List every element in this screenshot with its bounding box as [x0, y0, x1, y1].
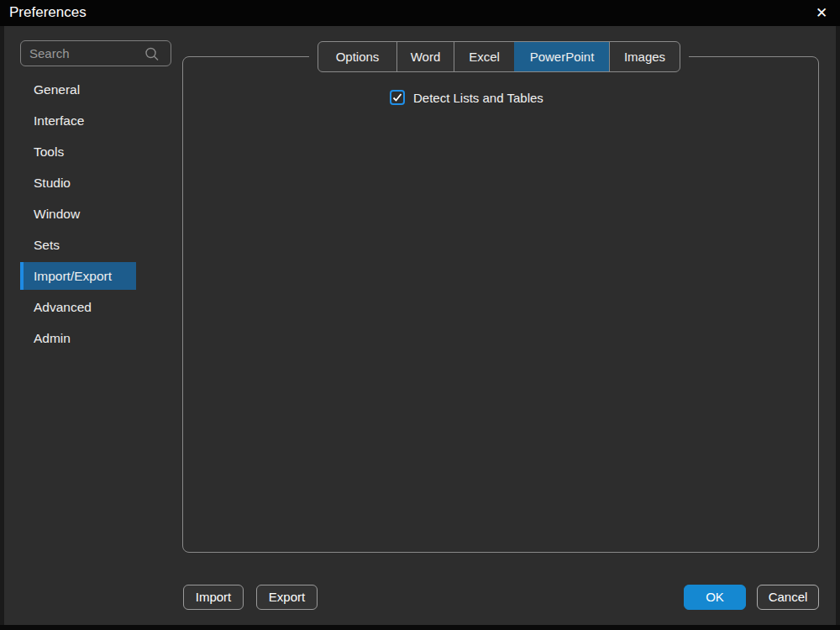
tab-group: Options Word Excel PowerPoint Images	[318, 41, 680, 72]
window-frame-left	[0, 26, 4, 630]
window-frame-right	[836, 26, 840, 630]
sidebar-nav: General Interface Tools Studio Window Se…	[20, 76, 155, 355]
sidebar-item-studio[interactable]: Studio	[20, 169, 136, 197]
sidebar-item-admin[interactable]: Admin	[20, 324, 136, 352]
sidebar-item-general[interactable]: General	[20, 76, 136, 103]
sidebar-item-import-export[interactable]: Import/Export	[20, 262, 136, 290]
tab-powerpoint[interactable]: PowerPoint	[514, 42, 609, 71]
window-title: Preferences	[9, 4, 87, 21]
detect-lists-tables-checkbox[interactable]	[390, 90, 405, 105]
tab-bar: Options Word Excel PowerPoint Images	[309, 41, 689, 72]
tab-excel[interactable]: Excel	[454, 42, 514, 71]
content-panel-border	[182, 56, 819, 553]
tab-images[interactable]: Images	[609, 42, 680, 71]
tab-options[interactable]: Options	[318, 42, 396, 71]
window-frame-bottom	[0, 625, 840, 630]
import-button[interactable]: Import	[183, 585, 244, 610]
close-icon[interactable]: ✕	[811, 3, 832, 24]
sidebar-item-advanced[interactable]: Advanced	[20, 293, 136, 321]
detect-lists-tables-row: Detect Lists and Tables	[390, 90, 543, 105]
sidebar-item-sets[interactable]: Sets	[20, 231, 136, 259]
cancel-button[interactable]: Cancel	[757, 585, 819, 610]
checkmark-icon	[392, 92, 402, 102]
sidebar-item-tools[interactable]: Tools	[20, 138, 136, 165]
detect-lists-tables-label: Detect Lists and Tables	[413, 91, 543, 105]
tab-word[interactable]: Word	[396, 42, 454, 71]
ok-button[interactable]: OK	[684, 585, 746, 610]
sidebar-item-window[interactable]: Window	[20, 200, 136, 228]
export-button[interactable]: Export	[256, 585, 318, 610]
search-icon	[143, 45, 161, 64]
sidebar-item-interface[interactable]: Interface	[20, 107, 136, 134]
titlebar: Preferences ✕	[0, 0, 840, 26]
